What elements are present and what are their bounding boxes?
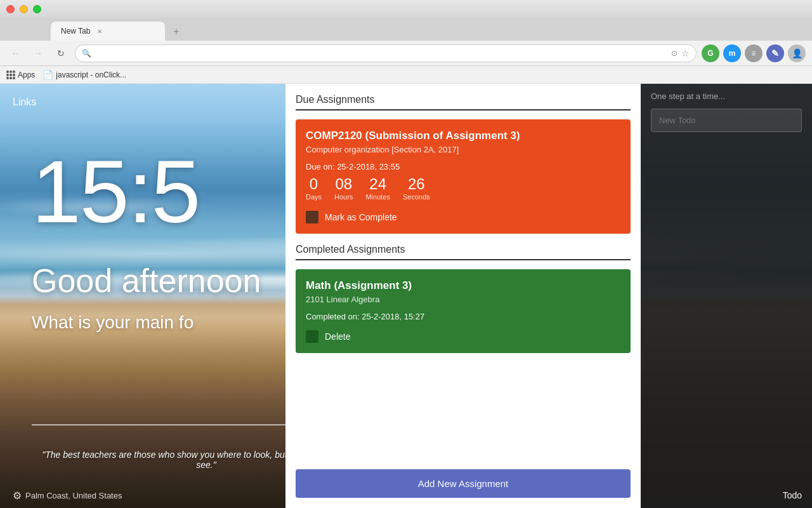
due-assignment-title: COMP2120 (Submission of Assignment 3): [306, 130, 620, 142]
todo-header-text: One step at a time...: [641, 84, 812, 109]
extension-btn-1[interactable]: G: [702, 44, 719, 62]
links-label: Links: [13, 97, 36, 107]
bookmarks-bar: Apps 📄 javascript - onClick...: [0, 66, 812, 84]
search-icon: 🔍: [82, 49, 91, 58]
due-assignment-subtitle: Computer organization [Section 2A, 2017]: [306, 145, 620, 154]
tab-bar: New Tab ✕ +: [0, 18, 812, 41]
apps-grid-icon: [6, 70, 15, 79]
js-bookmark-label: javascript - onClick...: [56, 70, 126, 79]
focus-prompt-text: What is your main fo: [32, 312, 193, 332]
time-display: 15:5: [32, 147, 199, 236]
tab-close-button[interactable]: ✕: [95, 27, 104, 36]
delete-checkbox[interactable]: [306, 330, 318, 343]
refresh-button[interactable]: ↻: [52, 44, 70, 62]
lens-icon: ⊙: [671, 49, 678, 58]
apps-bookmark[interactable]: Apps: [6, 70, 35, 79]
countdown-display: 0 Days 08 Hours 24 Minutes 26 Seconds: [306, 177, 620, 201]
completed-assignment-subtitle: 2101 Linear Algebra: [306, 295, 620, 304]
new-tab-button[interactable]: +: [167, 23, 185, 41]
due-section-header: Due Assignments: [296, 94, 631, 110]
assignment-panel: Due Assignments COMP2120 (Submission of …: [285, 84, 641, 508]
profile-icon[interactable]: 👤: [788, 44, 806, 62]
links-section: Links: [13, 97, 36, 108]
countdown-minutes: 24 Minutes: [365, 177, 390, 201]
due-date-label: Due on: 25-2-2018, 23:55: [306, 162, 620, 171]
countdown-minutes-label: Minutes: [365, 193, 390, 201]
maximize-button[interactable]: [33, 5, 41, 13]
due-assignment-card: COMP2120 (Submission of Assignment 3) Co…: [296, 119, 631, 234]
todo-input[interactable]: [651, 109, 802, 132]
back-button[interactable]: ←: [6, 44, 24, 62]
countdown-seconds-value: 26: [408, 177, 425, 192]
assignment-scroll-area[interactable]: Due Assignments COMP2120 (Submission of …: [285, 84, 641, 459]
extension-btn-4[interactable]: ✎: [766, 44, 784, 62]
completed-section-header: Completed Assignments: [296, 244, 631, 260]
extensions-bar: G m ≡ ✎ 👤: [702, 44, 806, 62]
mark-complete-control[interactable]: Mark as Complete: [306, 211, 620, 224]
add-assignment-button[interactable]: Add New Assignment: [296, 469, 631, 498]
address-bar[interactable]: 🔍 ⊙ ☆: [75, 44, 697, 62]
countdown-seconds: 26 Seconds: [403, 177, 430, 201]
todo-input-area: [641, 109, 812, 142]
countdown-days: 0 Days: [306, 177, 322, 201]
time-text: 15:5: [32, 142, 199, 241]
browser-chrome: New Tab ✕ + ← → ↻ 🔍 ⊙ ☆ G m ≡ ✎ 👤: [0, 0, 812, 84]
completed-date-label: Completed on: 25-2-2018, 15:27: [306, 312, 620, 321]
todo-sidebar: One step at a time... Todo: [641, 84, 812, 508]
extension-btn-2[interactable]: m: [723, 44, 741, 62]
mark-complete-checkbox[interactable]: [306, 211, 318, 224]
countdown-hours-label: Hours: [334, 193, 353, 201]
focus-prompt: What is your main fo: [32, 312, 193, 333]
page-content: Links 15:5 Good afternoon What is your m…: [0, 84, 812, 508]
url-input[interactable]: [95, 48, 667, 58]
countdown-hours: 08 Hours: [334, 177, 353, 201]
apps-label: Apps: [18, 70, 35, 79]
gear-icon[interactable]: ⚙: [13, 490, 22, 502]
countdown-days-value: 0: [310, 177, 318, 192]
bookmark-icon: 📄: [43, 70, 53, 80]
delete-control[interactable]: Delete: [306, 330, 620, 343]
countdown-days-label: Days: [306, 193, 322, 201]
bookmark-star-icon[interactable]: ☆: [681, 48, 690, 58]
location-text: Palm Coast, United States: [25, 491, 122, 500]
completed-assignment-card: Math (Assignment 3) 2101 Linear Algebra …: [296, 269, 631, 353]
minimize-button[interactable]: [20, 5, 28, 13]
active-tab[interactable]: New Tab ✕: [51, 22, 165, 41]
mark-complete-label: Mark as Complete: [325, 212, 397, 222]
countdown-hours-value: 08: [335, 177, 352, 192]
js-bookmark[interactable]: 📄 javascript - onClick...: [43, 70, 126, 80]
tab-title: New Tab: [61, 27, 90, 36]
completed-assignment-title: Math (Assignment 3): [306, 279, 620, 292]
forward-button[interactable]: →: [29, 44, 47, 62]
delete-label: Delete: [325, 331, 350, 342]
countdown-minutes-value: 24: [369, 177, 386, 192]
title-bar: [0, 0, 812, 18]
greeting-label: Good afternoon: [32, 262, 261, 299]
close-button[interactable]: [6, 5, 15, 13]
toolbar: ← → ↻ 🔍 ⊙ ☆ G m ≡ ✎ 👤: [0, 41, 812, 66]
extension-btn-3[interactable]: ≡: [745, 44, 763, 62]
todo-footer-label: Todo: [783, 490, 802, 500]
greeting-text: Good afternoon: [32, 262, 261, 300]
countdown-seconds-label: Seconds: [403, 193, 430, 201]
